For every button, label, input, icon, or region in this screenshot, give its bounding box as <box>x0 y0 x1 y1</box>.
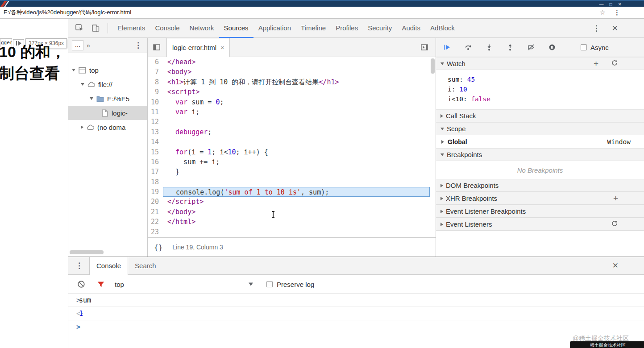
refresh-watch-icon[interactable] <box>611 59 618 68</box>
step-into-button[interactable] <box>485 43 493 51</box>
tab-timeline[interactable]: Timeline <box>296 19 331 38</box>
step-over-button[interactable] <box>464 43 472 51</box>
tab-audits[interactable]: Audits <box>397 19 425 38</box>
tab-network[interactable]: Network <box>185 19 219 38</box>
maximize-button[interactable]: □ <box>610 2 612 7</box>
line-number[interactable]: 13 <box>148 127 163 137</box>
preserve-log-label[interactable]: Preserve log <box>277 280 314 288</box>
watch-section-header[interactable]: Watch + <box>436 57 644 70</box>
navigator-menu-icon[interactable]: ⋮ <box>134 41 142 50</box>
chevron-right-icon[interactable] <box>441 140 444 144</box>
line-number[interactable]: 20 <box>148 197 163 207</box>
line-number[interactable]: 15 <box>148 147 163 157</box>
call-stack-section-header[interactable]: Call Stack <box>436 109 644 122</box>
editor-tab-logic-error[interactable]: logic-error.html × <box>166 38 230 57</box>
filter-icon[interactable] <box>97 280 105 288</box>
hide-navigator-icon[interactable] <box>151 42 162 52</box>
tree-item-no-domain[interactable]: (no doma <box>68 120 147 134</box>
context-dropdown-caret-icon[interactable] <box>249 282 253 286</box>
close-button[interactable]: ✕ <box>618 2 622 7</box>
line-number[interactable]: 9 <box>148 87 163 97</box>
refresh-event-listeners-icon[interactable] <box>611 220 618 229</box>
code-area[interactable]: 6</head>7<body>8<h1>计算 1 到 10 的和，请打开控制台查… <box>148 57 436 237</box>
browser-menu-icon[interactable]: ⋮ <box>614 8 621 17</box>
chevron-down-icon[interactable] <box>81 83 84 86</box>
line-number[interactable]: 14 <box>148 137 163 147</box>
scope-value: Window <box>607 138 631 145</box>
drawer-tab-console[interactable]: Console <box>89 257 128 275</box>
step-out-button[interactable] <box>506 43 514 51</box>
inspect-element-icon[interactable] <box>75 23 84 33</box>
deactivate-breakpoints-button[interactable] <box>527 43 535 51</box>
tab-console[interactable]: Console <box>150 19 185 38</box>
tab-security[interactable]: Security <box>363 19 397 38</box>
device-toolbar-icon[interactable] <box>91 23 100 33</box>
tab-adblock[interactable]: AdBlock <box>425 19 460 38</box>
watch-expression[interactable]: i10 <box>436 84 644 94</box>
chevron-down-icon[interactable] <box>72 69 75 71</box>
bookmark-star-icon[interactable]: ☆ <box>600 8 606 17</box>
drawer-tab-search[interactable]: Search <box>128 257 163 275</box>
vertical-scrollbar-thumb[interactable] <box>431 58 435 74</box>
horizontal-scrollbar-thumb[interactable] <box>70 250 104 254</box>
editor-tab-close-icon[interactable]: × <box>220 44 224 51</box>
devtools-menu-icon[interactable]: ⋮ <box>593 24 600 33</box>
scope-global-row[interactable]: Global Window <box>436 135 644 148</box>
tree-item-top[interactable]: top <box>68 63 147 77</box>
scope-section-header[interactable]: Scope <box>436 122 644 135</box>
title-bar: — □ ✕ <box>0 0 644 7</box>
navigator-overflow-tab[interactable]: … <box>72 40 83 50</box>
dom-breakpoints-section-header[interactable]: DOM Breakpoints <box>436 179 644 192</box>
event-listener-breakpoints-section-header[interactable]: Event Listener Breakpoints <box>436 205 644 218</box>
minimize-button[interactable]: — <box>599 2 604 7</box>
tree-item-logic-error-file[interactable]: logic- <box>68 106 147 120</box>
watch-expression[interactable]: i<10false <box>436 94 644 104</box>
line-number[interactable]: 11 <box>148 107 163 117</box>
tree-item-file-protocol[interactable]: file:// <box>68 77 147 91</box>
execution-context-selector[interactable]: top <box>115 280 124 288</box>
drawer-close-icon[interactable]: ✕ <box>612 261 619 270</box>
async-checkbox-group[interactable]: Async <box>581 44 609 51</box>
line-number[interactable]: 18 <box>148 177 163 187</box>
line-number[interactable]: 17 <box>148 167 163 177</box>
line-number[interactable]: 12 <box>148 117 163 127</box>
resume-script-button[interactable] <box>443 43 451 51</box>
code-line: 15 for(i = 1; i<10; i++) { <box>148 147 436 157</box>
line-number[interactable]: 21 <box>148 207 163 217</box>
devtools-close-icon[interactable]: ✕ <box>612 24 618 33</box>
async-checkbox[interactable] <box>581 44 587 50</box>
event-listeners-section-header[interactable]: Event Listeners <box>436 218 644 231</box>
breakpoints-section-header[interactable]: Breakpoints <box>436 148 644 161</box>
tree-item-folder[interactable]: E:/%E5 <box>68 91 147 106</box>
line-number[interactable]: 7 <box>148 67 163 77</box>
line-number[interactable]: 6 <box>148 57 163 67</box>
tab-sources[interactable]: Sources <box>219 19 253 38</box>
preserve-log-checkbox[interactable] <box>266 281 273 287</box>
line-number[interactable]: 8 <box>148 77 163 87</box>
line-number[interactable]: 19 <box>148 187 163 197</box>
watch-expression[interactable]: sum45 <box>436 75 644 84</box>
line-number[interactable]: 10 <box>148 97 163 107</box>
chevron-right-icon <box>440 114 443 118</box>
tab-application[interactable]: Application <box>253 19 296 38</box>
pretty-print-button[interactable]: {} <box>154 243 162 252</box>
pause-on-exceptions-button[interactable] <box>548 43 556 51</box>
line-number[interactable]: 22 <box>148 217 163 227</box>
chevron-right-icon[interactable] <box>81 125 83 129</box>
add-xhr-breakpoint-icon[interactable]: + <box>613 195 618 203</box>
clear-console-icon[interactable] <box>77 280 85 288</box>
drawer-menu-icon[interactable]: ⋮ <box>75 261 83 270</box>
navigator-more-tabs-icon[interactable]: » <box>87 42 90 49</box>
add-watch-icon[interactable]: + <box>594 60 598 68</box>
url-field[interactable]: E:/各种video/js%20debugger/代码/logic-error.… <box>4 8 600 17</box>
tab-elements[interactable]: Elements <box>112 19 150 38</box>
tree-item-label: top <box>89 66 99 74</box>
tab-profiles[interactable]: Profiles <box>331 19 363 38</box>
line-number[interactable]: 23 <box>148 227 163 237</box>
page-heading-line2: 制台查看 <box>0 63 60 84</box>
chevron-down-icon[interactable] <box>90 97 93 100</box>
show-drawer-icon[interactable] <box>420 43 428 51</box>
line-number[interactable]: 16 <box>148 157 163 167</box>
xhr-breakpoints-section-header[interactable]: XHR Breakpoints + <box>436 192 644 205</box>
console-prompt[interactable]: > <box>68 320 644 334</box>
